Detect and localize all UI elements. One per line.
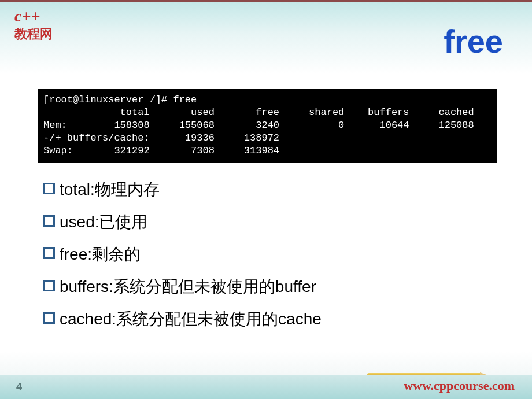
list-item: free:剩余的 xyxy=(43,243,322,265)
bullet-text: buffers:系统分配但未被使用的buffer xyxy=(60,276,316,298)
terminal-swap-row: Swap: 321292 7308 313984 xyxy=(43,145,279,156)
logo: c++ 教程网 xyxy=(14,7,53,43)
footer-url: www.cppcourse.com xyxy=(404,378,515,393)
terminal-output: [root@linuxserver /]# free total used fr… xyxy=(38,89,497,163)
bullet-text: free:剩余的 xyxy=(60,243,141,265)
terminal-mem-row: Mem: 158308 155068 3240 0 10644 125088 xyxy=(43,120,474,131)
page-title: free xyxy=(444,23,503,60)
terminal-buffers-cache-row: -/+ buffers/cache: 19336 138972 xyxy=(43,132,279,143)
bullet-icon xyxy=(43,183,55,194)
logo-tagline: 教程网 xyxy=(14,25,53,43)
list-item: total:物理内存 xyxy=(43,179,322,201)
bullet-icon xyxy=(43,215,55,227)
list-item: used:已使用 xyxy=(43,211,322,233)
bullet-list: total:物理内存 used:已使用 free:剩余的 buffers:系统分… xyxy=(43,179,322,341)
bullet-text: cached:系统分配但未被使用的cache xyxy=(60,308,322,330)
bullet-icon xyxy=(43,312,55,324)
page-number: 4 xyxy=(16,381,22,393)
slide-container: c++ 教程网 free [root@linuxserver /]# free … xyxy=(0,0,532,399)
terminal-prompt: [root@linuxserver /]# free xyxy=(43,94,197,105)
terminal-header: total used free shared buffers cached xyxy=(43,107,474,118)
bullet-icon xyxy=(43,247,55,259)
list-item: buffers:系统分配但未被使用的buffer xyxy=(43,276,322,298)
list-item: cached:系统分配但未被使用的cache xyxy=(43,308,322,330)
bullet-text: total:物理内存 xyxy=(60,179,160,201)
bullet-text: used:已使用 xyxy=(60,211,148,233)
logo-cpp: c++ xyxy=(14,7,40,25)
bullet-icon xyxy=(43,280,55,291)
